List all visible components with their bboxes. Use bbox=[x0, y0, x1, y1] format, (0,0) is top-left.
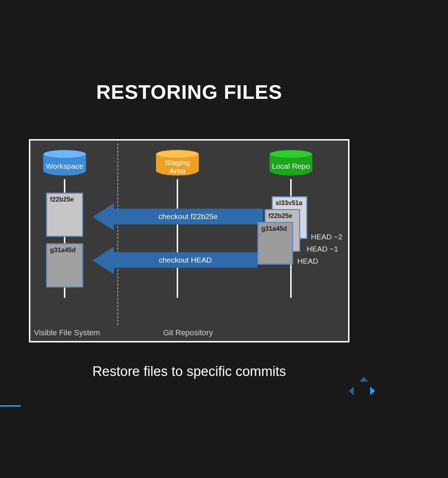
cylinder-workspace: Workspace bbox=[43, 150, 86, 180]
workspace-file-card: f22b25e bbox=[46, 193, 83, 237]
progress-bar bbox=[0, 405, 21, 407]
slide-caption: Restore files to specific commits bbox=[92, 364, 286, 379]
slide: RESTORING FILES Workspace Staging Area L… bbox=[0, 0, 378, 405]
cylinder-local-repo: Local Repo bbox=[270, 150, 312, 180]
workspace-file-card: g31a45d bbox=[46, 243, 83, 288]
cylinder-staging-area: Staging Area bbox=[156, 150, 199, 180]
nav-next-button[interactable] bbox=[370, 387, 375, 395]
diagram-frame: Workspace Staging Area Local Repo checko… bbox=[29, 139, 349, 342]
slide-nav bbox=[350, 376, 377, 402]
region-label-git-repo: Git Repository bbox=[163, 328, 213, 337]
commit-card: g31a45d bbox=[257, 222, 293, 265]
label-workspace: Workspace bbox=[43, 162, 86, 170]
slide-title: RESTORING FILES bbox=[96, 80, 282, 103]
head-ref-label: HEAD ~1 bbox=[307, 245, 338, 253]
arrow-checkout-head: checkout HEAD bbox=[113, 252, 257, 268]
head-ref-label: HEAD ~2 bbox=[311, 233, 342, 241]
arrow-head-icon bbox=[92, 203, 114, 230]
label-staging: Staging Area bbox=[156, 158, 199, 175]
label-localrepo: Local Repo bbox=[270, 162, 312, 170]
nav-prev-button[interactable] bbox=[349, 387, 354, 395]
arrow-checkout-commit: checkout f22b25e bbox=[113, 209, 263, 224]
stem-staging bbox=[177, 179, 178, 298]
divider-dashed bbox=[117, 143, 118, 325]
head-ref-label: HEAD bbox=[297, 257, 318, 265]
nav-up-button[interactable] bbox=[359, 377, 368, 382]
arrow-head-icon bbox=[92, 247, 114, 274]
region-label-visible-fs: Visible File System bbox=[34, 328, 100, 337]
